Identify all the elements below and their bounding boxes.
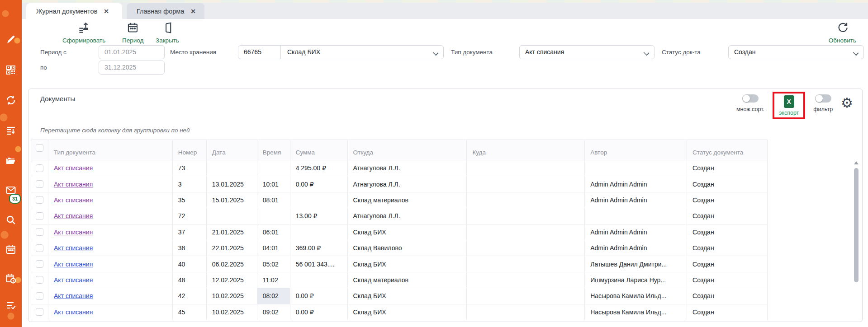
- cell-number: 38: [173, 240, 207, 256]
- storage-code-input[interactable]: 66765: [238, 46, 281, 59]
- row-checkbox[interactable]: [36, 260, 43, 268]
- column-header[interactable]: Время: [257, 140, 290, 160]
- cell-status: Создан: [687, 192, 768, 208]
- doc-type-select[interactable]: Акт списания: [519, 45, 655, 59]
- multi-sort-toggle[interactable]: [742, 94, 759, 103]
- cell-time: 08:02: [257, 288, 290, 304]
- column-header[interactable]: Дата: [207, 140, 257, 160]
- sync-icon[interactable]: [5, 95, 16, 106]
- document-link[interactable]: Акт списания: [54, 196, 93, 204]
- row-checkbox[interactable]: [36, 212, 43, 220]
- chevron-down-icon: [644, 50, 650, 56]
- row-checkbox[interactable]: [36, 308, 43, 316]
- column-header[interactable]: Статус документа: [687, 140, 768, 160]
- cell-to: [467, 256, 585, 271]
- row-checkbox[interactable]: [36, 180, 43, 188]
- column-header[interactable]: Куда: [467, 140, 585, 160]
- close-form-button[interactable]: Закрыть: [156, 22, 179, 44]
- filter-label: фильтр: [813, 106, 833, 112]
- table-row: Акт списания3515.01.202508:01Склад матер…: [31, 192, 768, 208]
- period-to-input[interactable]: 31.12.2025: [99, 61, 165, 75]
- row-checkbox[interactable]: [36, 244, 43, 252]
- document-link[interactable]: Акт списания: [54, 212, 93, 220]
- cell-to: [467, 192, 585, 208]
- row-checkbox[interactable]: [36, 228, 43, 236]
- storage-select[interactable]: 66765 Склад БИХ: [238, 45, 444, 59]
- column-header[interactable]: Откуда: [348, 140, 467, 160]
- import-list-icon[interactable]: [5, 125, 16, 136]
- cell-type: Акт списания: [48, 224, 173, 240]
- column-header[interactable]: Сумма: [290, 140, 348, 160]
- cell-sum: 0.00 ₽: [290, 288, 348, 304]
- column-header[interactable]: Автор: [585, 140, 687, 160]
- gear-icon[interactable]: ⚙: [841, 96, 853, 110]
- cell-to: [467, 272, 585, 288]
- calendar-icon[interactable]: [5, 244, 16, 255]
- period-to-label: по: [40, 61, 47, 75]
- export-highlight-box: X экспорт: [773, 92, 805, 119]
- filter-toggle[interactable]: [815, 94, 831, 103]
- mail-badge: 31: [9, 194, 21, 204]
- refresh-button[interactable]: Обновить: [829, 22, 856, 44]
- documents-table: Тип документаНомерДатаВремяСуммаОткудаКу…: [31, 140, 768, 320]
- table-row: Акт списания313.01.202510:010.00 ₽Атнагу…: [31, 176, 768, 192]
- document-link[interactable]: Акт списания: [54, 276, 93, 284]
- cell-status: Создан: [687, 176, 768, 192]
- excel-export-icon[interactable]: X: [784, 95, 794, 108]
- cell-date: 21.01.2025: [207, 224, 257, 240]
- cell-date: 13.01.2025: [207, 176, 257, 192]
- cell-time: 08:01: [257, 192, 290, 208]
- row-checkbox[interactable]: [36, 164, 43, 172]
- tab-close-icon[interactable]: ✕: [190, 8, 196, 15]
- select-all-checkbox[interactable]: [36, 144, 43, 152]
- document-link[interactable]: Акт списания: [54, 244, 93, 252]
- toolbar: Сформировать Период Закрыть Обновить: [22, 19, 868, 45]
- document-link[interactable]: Акт списания: [54, 229, 93, 236]
- tab-journal[interactable]: Журнал документов ✕: [26, 3, 122, 19]
- checklist-icon[interactable]: [5, 300, 16, 311]
- generate-button[interactable]: Сформировать: [62, 22, 105, 44]
- doc-status-select[interactable]: Создан: [728, 45, 864, 59]
- cell-status: Создан: [687, 256, 768, 271]
- search-icon[interactable]: [5, 215, 16, 225]
- document-link[interactable]: Акт списания: [54, 181, 93, 188]
- folder-icon[interactable]: [5, 155, 16, 166]
- document-link[interactable]: Акт списания: [54, 292, 93, 299]
- period-from-input[interactable]: 01.01.2025: [99, 45, 165, 59]
- column-header[interactable]: Номер: [173, 140, 207, 160]
- row-checkbox-cell: [31, 288, 48, 304]
- storage-label: Место хранения: [170, 45, 216, 59]
- multi-sort-label: множ.сорт.: [736, 106, 764, 112]
- table-row: Акт списания4006.02.202505:0256 001 343.…: [31, 256, 768, 272]
- export-label[interactable]: экспорт: [779, 110, 799, 116]
- scrollbar-thumb[interactable]: [854, 168, 859, 282]
- calendar-clock-icon[interactable]: [5, 273, 16, 284]
- pencil-icon[interactable]: [5, 34, 16, 45]
- doc-type-value: Акт списания: [525, 48, 564, 56]
- cell-date: [207, 208, 257, 224]
- document-link[interactable]: Акт списания: [54, 164, 93, 172]
- cell-sum: [290, 192, 348, 208]
- row-checkbox[interactable]: [36, 196, 43, 204]
- document-link[interactable]: Акт списания: [54, 308, 93, 316]
- documents-panel: Документы множ.сорт. X экспорт фильтр ⚙ …: [28, 89, 863, 322]
- tab-main-form[interactable]: Главная форма ✕: [127, 3, 204, 19]
- column-header[interactable]: Тип документа: [48, 140, 173, 160]
- row-checkbox[interactable]: [36, 292, 43, 300]
- tab-close-icon[interactable]: ✕: [104, 8, 109, 15]
- row-checkbox[interactable]: [36, 276, 43, 284]
- document-link[interactable]: Акт списания: [54, 261, 93, 268]
- generate-icon: [78, 22, 90, 36]
- period-button[interactable]: Период: [122, 22, 143, 44]
- qr-code-icon[interactable]: [5, 65, 16, 75]
- cell-time: 10:01: [257, 176, 290, 192]
- cell-sum: 4 295.00 ₽: [290, 160, 348, 176]
- tab-bar: Журнал документов ✕ Главная форма ✕: [22, 0, 868, 19]
- cell-sum: 56 001 343....: [290, 256, 348, 271]
- cell-sum: 369.00 ₽: [290, 240, 348, 256]
- cell-type: Акт списания: [48, 256, 173, 271]
- scroll-up-icon[interactable]: [854, 161, 859, 164]
- cell-number: 45: [173, 304, 207, 320]
- cell-sum: 13.00 ₽: [290, 208, 348, 224]
- cell-from: Склад БИХ: [348, 304, 467, 320]
